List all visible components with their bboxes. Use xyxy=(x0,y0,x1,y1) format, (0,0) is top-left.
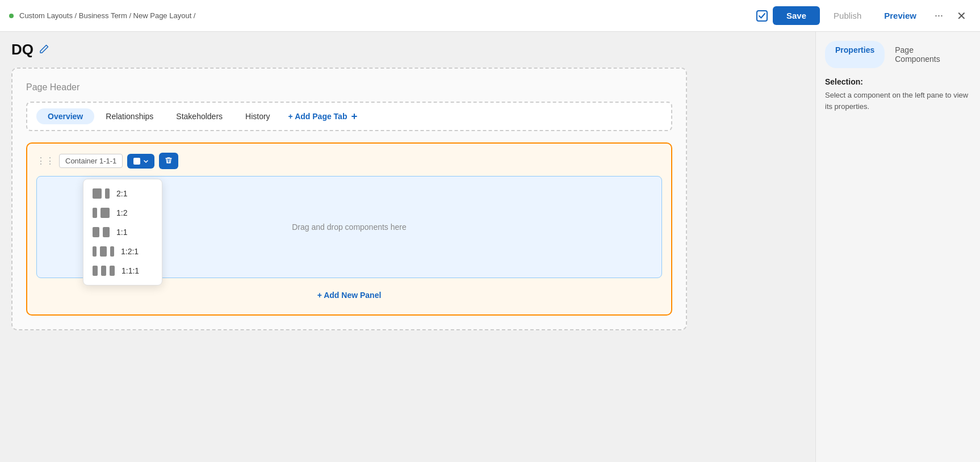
tab-properties[interactable]: Properties xyxy=(825,41,885,68)
layout-icon-1-1 xyxy=(93,227,110,237)
selection-label: Selection: xyxy=(825,77,971,86)
tab-relationships[interactable]: Relationships xyxy=(94,108,165,124)
layout-label-2-1: 2:1 xyxy=(116,189,127,198)
layout-label-1-1: 1:1 xyxy=(116,228,127,237)
layout-dropdown-menu: 2:1 1:2 xyxy=(83,179,162,285)
layout-icon-1-2 xyxy=(93,208,110,218)
breadcrumb: Custom Layouts / Business Term / New Pag… xyxy=(9,11,195,20)
layout-option-2-1[interactable]: 2:1 xyxy=(83,184,162,203)
svg-rect-0 xyxy=(757,11,767,21)
publish-button[interactable]: Publish xyxy=(824,6,870,25)
page-title-row: DQ xyxy=(11,41,804,58)
selection-hint: Select a component on the left pane to v… xyxy=(825,90,971,112)
right-sidebar: Properties Page Components Selection: Se… xyxy=(815,32,980,462)
top-bar-actions: Save Publish Preview ··· ✕ xyxy=(756,6,971,25)
tab-stakeholders[interactable]: Stakeholders xyxy=(165,108,234,124)
tab-page-components[interactable]: Page Components xyxy=(885,41,971,68)
close-button[interactable]: ✕ xyxy=(952,7,971,25)
add-page-tab-button[interactable]: + Add Page Tab xyxy=(282,108,366,124)
layout-icon-1-1-1 xyxy=(93,266,115,276)
page-title: DQ xyxy=(11,41,33,58)
tab-history[interactable]: History xyxy=(234,108,282,124)
sidebar-tabs: Properties Page Components xyxy=(825,41,971,68)
tabs-row: Overview Relationships Stakeholders Hist… xyxy=(26,102,672,131)
check-icon-button[interactable] xyxy=(756,10,768,22)
svg-rect-1 xyxy=(133,158,140,165)
layout-icon-1-2-1 xyxy=(93,246,114,257)
layout-icon-2-1 xyxy=(93,188,110,199)
top-bar: Custom Layouts / Business Term / New Pag… xyxy=(0,0,980,32)
layout-label-1-1-1: 1:1:1 xyxy=(122,266,139,275)
more-options-button[interactable]: ··· xyxy=(930,7,948,24)
add-new-panel-button[interactable]: + Add New Panel xyxy=(36,285,662,305)
status-dot xyxy=(9,14,14,18)
save-button[interactable]: Save xyxy=(773,6,820,25)
content-area: DQ Page Header Overview Relationships St… xyxy=(0,32,815,462)
layout-option-1-1[interactable]: 1:1 xyxy=(83,222,162,242)
page-container-box: Page Header Overview Relationships Stake… xyxy=(11,68,687,330)
layout-label-1-2: 1:2 xyxy=(116,208,127,217)
edit-title-button[interactable] xyxy=(39,44,49,56)
main-content: DQ Page Header Overview Relationships St… xyxy=(0,32,980,462)
layout-option-1-2-1[interactable]: 1:2:1 xyxy=(83,242,162,261)
page-header-label: Page Header xyxy=(26,82,672,93)
container-toolbar: ⋮⋮ Container 1-1-1 xyxy=(36,153,662,169)
delete-container-button[interactable] xyxy=(159,153,178,169)
layout-label-1-2-1: 1:2:1 xyxy=(121,247,139,256)
drag-handle-icon[interactable]: ⋮⋮ xyxy=(36,156,55,166)
preview-button[interactable]: Preview xyxy=(875,6,925,25)
selected-container: ⋮⋮ Container 1-1-1 xyxy=(26,142,672,316)
drop-hint-text: Drag and drop components here xyxy=(292,222,407,232)
container-label: Container 1-1-1 xyxy=(59,154,123,168)
layout-option-1-2[interactable]: 1:2 xyxy=(83,203,162,222)
layout-selector-button[interactable] xyxy=(127,154,154,169)
tab-overview[interactable]: Overview xyxy=(36,108,94,124)
layout-option-1-1-1[interactable]: 1:1:1 xyxy=(83,261,162,280)
